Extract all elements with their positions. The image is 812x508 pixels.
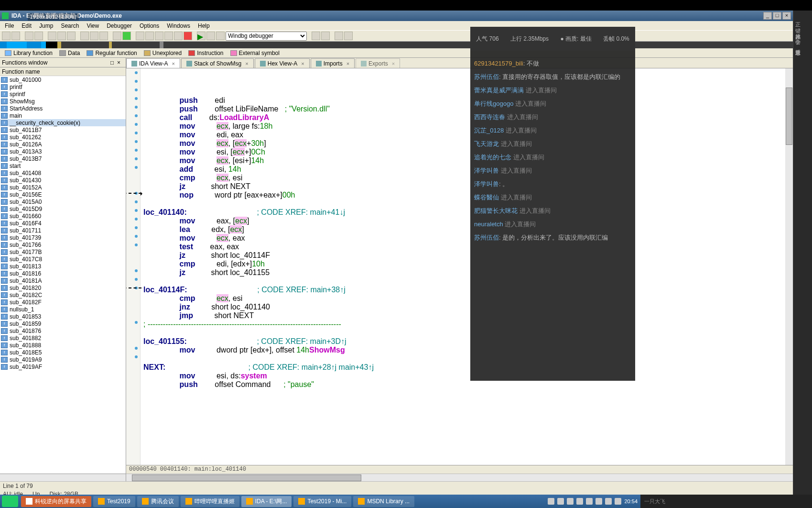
disassembly-view[interactable]: push edi push offset LibFileName ; "Vers… [126, 68, 793, 465]
search-button[interactable] [80, 32, 89, 40]
function-row[interactable]: fsub_40182C [0, 291, 126, 298]
code-line[interactable]: mov dword ptr [edx+], offset 14hShowMsg [143, 346, 785, 354]
debugger-select[interactable]: Windbg debugger [226, 32, 307, 41]
paste-button[interactable] [67, 32, 76, 40]
refresh-button[interactable] [90, 32, 98, 40]
code-line[interactable]: mov esi, [ecx+]0Ch [143, 148, 785, 156]
menu-edit[interactable]: Edit [19, 22, 34, 29]
breakpoint-dot[interactable] [135, 355, 138, 358]
function-row[interactable]: fsub_4018E5 [0, 349, 126, 356]
menu-windows[interactable]: Windows [164, 22, 193, 29]
system-tray[interactable]: 20:54 [545, 498, 640, 505]
code-line[interactable]: push edi [143, 96, 785, 105]
code-line[interactable]: jnz short loc_401140 [143, 303, 785, 311]
function-row[interactable]: fsub_401853 [0, 313, 126, 320]
breakpoint-dot[interactable] [135, 132, 138, 134]
breakpoint-dot[interactable] [135, 88, 138, 91]
step-out-button[interactable] [155, 32, 163, 40]
function-row[interactable]: fsub_4013A3 [0, 148, 126, 155]
tray-icon[interactable] [605, 498, 612, 505]
screen-share-indicator[interactable]: 科锐逆向的屏幕共享 [21, 496, 91, 507]
menu-help[interactable]: Help [195, 22, 213, 29]
function-row[interactable]: fsub_40156E [0, 191, 126, 198]
maximize-button[interactable]: □ [773, 12, 781, 20]
tab-exports[interactable]: Exports× [356, 58, 400, 68]
function-row[interactable]: fsub_4015D9 [0, 205, 126, 212]
code-line[interactable]: mov ecx, [esi+]14h [143, 156, 785, 165]
tab-close-icon[interactable]: × [392, 61, 395, 66]
play-button[interactable]: ▶ [197, 32, 206, 40]
tab-close-icon[interactable]: × [245, 61, 248, 66]
functions-close-button[interactable]: × [117, 59, 124, 66]
function-row[interactable]: fsub_401820 [0, 284, 126, 291]
tray-icon[interactable] [576, 498, 583, 505]
new-file-button[interactable] [2, 32, 11, 40]
code-line[interactable]: cmp edi, [edx+]10h [143, 260, 785, 268]
side-tab[interactable]: 彼岸风 [793, 27, 802, 33]
code-line[interactable]: call ds:LoadLibraryA [143, 113, 785, 122]
stop2-button[interactable] [216, 32, 225, 40]
minimize-button[interactable]: _ [763, 12, 772, 20]
clock[interactable]: 20:54 [624, 498, 638, 504]
forward-button[interactable] [34, 32, 43, 40]
side-tab[interactable]: 慧总直播 [793, 43, 802, 48]
pause-button[interactable] [206, 32, 215, 40]
code-line[interactable]: ; --------------------------------------… [143, 320, 785, 329]
menu-jump[interactable]: Jump [36, 22, 56, 29]
breakpoint-dot[interactable] [135, 123, 138, 126]
function-row[interactable]: fsub_4015A0 [0, 198, 126, 205]
taskbar-item[interactable]: 腾讯会议 [137, 496, 179, 507]
tab-close-icon[interactable]: × [346, 61, 349, 66]
back-button[interactable] [25, 32, 33, 40]
code-line[interactable]: lea edx, [ecx] [143, 225, 785, 234]
code-line[interactable] [143, 199, 785, 208]
breakpoint-dot[interactable] [135, 157, 138, 160]
function-row[interactable]: f__security_check_cookie(x) [0, 119, 126, 126]
function-row[interactable]: fsub_401000 [0, 76, 126, 83]
tab-close-icon[interactable]: × [301, 61, 304, 66]
function-row[interactable]: fsub_4019AF [0, 363, 126, 370]
taskbar-item[interactable]: Test2019 [93, 496, 135, 507]
functions-column-header[interactable]: Function name [0, 67, 126, 76]
code-line[interactable]: jmp short NEXT [143, 311, 785, 320]
functions-list[interactable]: fsub_401000fprintffsprintffShowMsgfStart… [0, 76, 126, 474]
function-row[interactable]: fsub_40182F [0, 298, 126, 306]
stop-button[interactable] [184, 32, 192, 40]
taskbar-item[interactable]: 哔哩哔哩直播姬 [181, 496, 239, 507]
breakpoint-dot[interactable] [135, 166, 138, 169]
function-row[interactable]: fsub_40181A [0, 277, 126, 284]
code-line[interactable]: jz short loc_40114F [143, 251, 785, 260]
side-tab[interactable]: 正 [793, 15, 802, 21]
function-row[interactable]: fsub_401813 [0, 263, 126, 270]
function-row[interactable]: fprintf [0, 83, 126, 90]
function-row[interactable]: fsub_40177B [0, 248, 126, 255]
graph-button[interactable] [113, 32, 121, 40]
step-over-button[interactable] [145, 32, 154, 40]
code-area[interactable]: push edi push offset LibFileName ; "Vers… [143, 70, 785, 389]
run-to-cursor-button[interactable] [164, 32, 173, 40]
code-line[interactable]: loc_401155: ; CODE XREF: main+3D↑j [143, 337, 785, 346]
function-row[interactable]: fsub_401408 [0, 169, 126, 177]
hscrollbar[interactable] [126, 474, 793, 481]
function-row[interactable]: fmain [0, 112, 126, 119]
code-line[interactable]: loc_401140: ; CODE XREF: main+41↓j [143, 208, 785, 217]
function-row[interactable]: fsub_401262 [0, 133, 126, 141]
menu-file[interactable]: File [2, 22, 17, 29]
close-button[interactable]: × [782, 12, 791, 20]
function-row[interactable]: fsub_401766 [0, 241, 126, 248]
undo-button[interactable] [99, 32, 108, 40]
tray-icon[interactable] [557, 498, 564, 505]
side-tab[interactable]: 键 [793, 21, 802, 27]
function-row[interactable]: fsub_401739 [0, 234, 126, 241]
code-line[interactable]: mov esi, ds:system [143, 372, 785, 380]
side-tab[interactable]: 学会tc [793, 33, 802, 43]
function-row[interactable]: fnullsub_1 [0, 306, 126, 313]
save-button[interactable] [11, 32, 20, 40]
code-line[interactable]: add esi, 14h [143, 165, 785, 174]
function-row[interactable]: fShowMsg [0, 98, 126, 105]
breakpoint-dot[interactable] [135, 149, 138, 152]
copy-button[interactable] [48, 32, 56, 40]
code-line[interactable]: push offset Command ; "pause" [143, 380, 785, 389]
function-row[interactable]: fsub_401882 [0, 334, 126, 342]
code-line[interactable]: cmp ecx, esi [143, 294, 785, 303]
